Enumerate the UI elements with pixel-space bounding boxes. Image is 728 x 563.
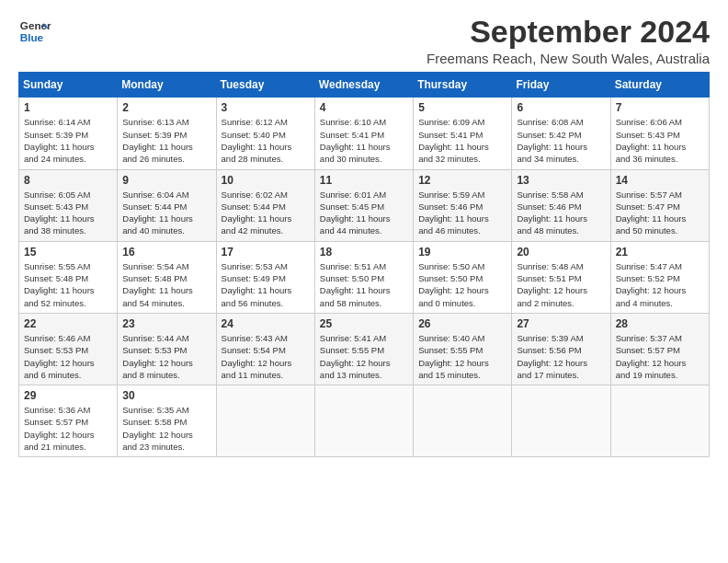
day-info: Sunrise: 5:54 AM Sunset: 5:48 PM Dayligh…	[122, 260, 210, 309]
calendar-table: SundayMondayTuesdayWednesdayThursdayFrid…	[18, 72, 710, 457]
col-header-thursday: Thursday	[414, 73, 512, 98]
day-cell: 1Sunrise: 6:14 AM Sunset: 5:39 PM Daylig…	[19, 98, 118, 169]
day-cell: 8Sunrise: 6:05 AM Sunset: 5:43 PM Daylig…	[19, 169, 118, 241]
day-number: 30	[122, 389, 210, 402]
day-number: 20	[517, 246, 605, 259]
day-info: Sunrise: 6:02 AM Sunset: 5:44 PM Dayligh…	[222, 189, 310, 237]
logo-icon: General Blue	[18, 15, 51, 48]
day-number: 3	[222, 101, 310, 114]
day-info: Sunrise: 5:55 AM Sunset: 5:48 PM Dayligh…	[24, 260, 112, 309]
day-number: 23	[122, 317, 210, 330]
day-info: Sunrise: 5:40 AM Sunset: 5:55 PM Dayligh…	[418, 332, 506, 381]
day-info: Sunrise: 6:06 AM Sunset: 5:43 PM Dayligh…	[616, 116, 704, 165]
col-header-tuesday: Tuesday	[216, 73, 314, 98]
day-info: Sunrise: 6:09 AM Sunset: 5:41 PM Dayligh…	[418, 116, 506, 165]
day-cell: 12Sunrise: 5:59 AM Sunset: 5:46 PM Dayli…	[414, 169, 512, 241]
col-header-wednesday: Wednesday	[314, 73, 413, 98]
week-row-4: 29Sunrise: 5:36 AM Sunset: 5:57 PM Dayli…	[19, 385, 710, 457]
day-info: Sunrise: 5:50 AM Sunset: 5:50 PM Dayligh…	[418, 260, 506, 309]
day-info: Sunrise: 5:41 AM Sunset: 5:55 PM Dayligh…	[320, 332, 408, 381]
day-number: 16	[122, 246, 210, 259]
week-row-2: 15Sunrise: 5:55 AM Sunset: 5:48 PM Dayli…	[19, 241, 710, 313]
day-info: Sunrise: 6:08 AM Sunset: 5:42 PM Dayligh…	[517, 116, 605, 165]
day-cell: 10Sunrise: 6:02 AM Sunset: 5:44 PM Dayli…	[216, 169, 314, 241]
day-info: Sunrise: 5:59 AM Sunset: 5:46 PM Dayligh…	[418, 189, 506, 237]
day-number: 4	[320, 101, 408, 114]
day-cell: 15Sunrise: 5:55 AM Sunset: 5:48 PM Dayli…	[19, 241, 118, 313]
day-cell	[610, 385, 709, 457]
header: General Blue September 2024 Freemans Rea…	[18, 15, 710, 66]
day-info: Sunrise: 5:39 AM Sunset: 5:56 PM Dayligh…	[517, 332, 605, 381]
day-number: 26	[418, 317, 506, 330]
day-info: Sunrise: 6:05 AM Sunset: 5:43 PM Dayligh…	[24, 189, 112, 237]
svg-text:General: General	[20, 19, 51, 31]
day-info: Sunrise: 5:47 AM Sunset: 5:52 PM Dayligh…	[616, 260, 704, 309]
day-number: 13	[517, 174, 605, 187]
day-info: Sunrise: 6:04 AM Sunset: 5:44 PM Dayligh…	[122, 189, 210, 237]
day-info: Sunrise: 5:43 AM Sunset: 5:54 PM Dayligh…	[222, 332, 310, 381]
day-number: 17	[222, 246, 310, 259]
day-cell	[414, 385, 512, 457]
month-title: September 2024	[427, 15, 710, 49]
day-cell: 7Sunrise: 6:06 AM Sunset: 5:43 PM Daylig…	[610, 98, 709, 169]
day-info: Sunrise: 6:12 AM Sunset: 5:40 PM Dayligh…	[222, 116, 310, 165]
day-cell: 19Sunrise: 5:50 AM Sunset: 5:50 PM Dayli…	[414, 241, 512, 313]
day-number: 2	[122, 101, 210, 114]
day-cell: 21Sunrise: 5:47 AM Sunset: 5:52 PM Dayli…	[610, 241, 709, 313]
day-cell: 14Sunrise: 5:57 AM Sunset: 5:47 PM Dayli…	[610, 169, 709, 241]
day-number: 18	[320, 246, 408, 259]
day-number: 1	[24, 101, 112, 114]
day-info: Sunrise: 5:48 AM Sunset: 5:51 PM Dayligh…	[517, 260, 605, 309]
day-number: 21	[616, 246, 704, 259]
day-cell: 28Sunrise: 5:37 AM Sunset: 5:57 PM Dayli…	[610, 313, 709, 385]
day-cell: 30Sunrise: 5:35 AM Sunset: 5:58 PM Dayli…	[118, 385, 216, 457]
day-number: 27	[517, 317, 605, 330]
col-header-monday: Monday	[118, 73, 216, 98]
week-row-0: 1Sunrise: 6:14 AM Sunset: 5:39 PM Daylig…	[19, 98, 710, 169]
day-cell	[512, 385, 610, 457]
day-cell	[216, 385, 314, 457]
day-cell: 25Sunrise: 5:41 AM Sunset: 5:55 PM Dayli…	[314, 313, 413, 385]
week-row-1: 8Sunrise: 6:05 AM Sunset: 5:43 PM Daylig…	[19, 169, 710, 241]
day-cell: 5Sunrise: 6:09 AM Sunset: 5:41 PM Daylig…	[414, 98, 512, 169]
day-cell: 24Sunrise: 5:43 AM Sunset: 5:54 PM Dayli…	[216, 313, 314, 385]
week-row-3: 22Sunrise: 5:46 AM Sunset: 5:53 PM Dayli…	[19, 313, 710, 385]
day-info: Sunrise: 6:01 AM Sunset: 5:45 PM Dayligh…	[320, 189, 408, 237]
day-number: 12	[418, 174, 506, 187]
day-number: 8	[24, 174, 112, 187]
day-cell: 17Sunrise: 5:53 AM Sunset: 5:49 PM Dayli…	[216, 241, 314, 313]
day-info: Sunrise: 5:35 AM Sunset: 5:58 PM Dayligh…	[122, 404, 210, 453]
title-block: September 2024 Freemans Reach, New South…	[427, 15, 710, 66]
day-number: 10	[222, 174, 310, 187]
day-info: Sunrise: 5:44 AM Sunset: 5:53 PM Dayligh…	[122, 332, 210, 381]
day-number: 11	[320, 174, 408, 187]
col-header-friday: Friday	[512, 73, 610, 98]
day-cell	[314, 385, 413, 457]
day-cell: 3Sunrise: 6:12 AM Sunset: 5:40 PM Daylig…	[216, 98, 314, 169]
day-number: 19	[418, 246, 506, 259]
day-cell: 2Sunrise: 6:13 AM Sunset: 5:39 PM Daylig…	[118, 98, 216, 169]
day-info: Sunrise: 6:10 AM Sunset: 5:41 PM Dayligh…	[320, 116, 408, 165]
day-number: 14	[616, 174, 704, 187]
day-info: Sunrise: 5:36 AM Sunset: 5:57 PM Dayligh…	[24, 404, 112, 453]
day-number: 22	[24, 317, 112, 330]
location-title: Freemans Reach, New South Wales, Austral…	[427, 51, 710, 66]
col-header-saturday: Saturday	[610, 73, 709, 98]
day-cell: 27Sunrise: 5:39 AM Sunset: 5:56 PM Dayli…	[512, 313, 610, 385]
day-info: Sunrise: 5:57 AM Sunset: 5:47 PM Dayligh…	[616, 189, 704, 237]
logo: General Blue	[18, 15, 51, 48]
day-number: 9	[122, 174, 210, 187]
day-cell: 26Sunrise: 5:40 AM Sunset: 5:55 PM Dayli…	[414, 313, 512, 385]
day-info: Sunrise: 6:13 AM Sunset: 5:39 PM Dayligh…	[122, 116, 210, 165]
day-info: Sunrise: 5:58 AM Sunset: 5:46 PM Dayligh…	[517, 189, 605, 237]
day-number: 29	[24, 389, 112, 402]
day-cell: 23Sunrise: 5:44 AM Sunset: 5:53 PM Dayli…	[118, 313, 216, 385]
day-number: 15	[24, 246, 112, 259]
day-number: 6	[517, 101, 605, 114]
day-info: Sunrise: 5:53 AM Sunset: 5:49 PM Dayligh…	[222, 260, 310, 309]
day-cell: 18Sunrise: 5:51 AM Sunset: 5:50 PM Dayli…	[314, 241, 413, 313]
day-number: 25	[320, 317, 408, 330]
header-row: SundayMondayTuesdayWednesdayThursdayFrid…	[19, 73, 710, 98]
day-cell: 4Sunrise: 6:10 AM Sunset: 5:41 PM Daylig…	[314, 98, 413, 169]
day-cell: 16Sunrise: 5:54 AM Sunset: 5:48 PM Dayli…	[118, 241, 216, 313]
